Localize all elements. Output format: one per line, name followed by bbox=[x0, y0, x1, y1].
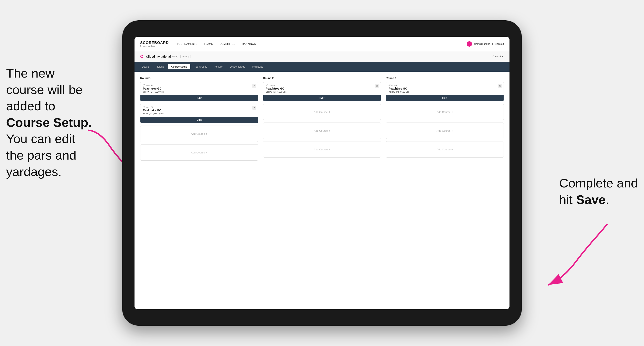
tab-course-setup[interactable]: Course Setup bbox=[168, 64, 190, 69]
tab-leaderboards[interactable]: Leaderboards bbox=[226, 64, 248, 69]
round1-course-a-delete-button[interactable]: ✕ bbox=[252, 84, 256, 88]
round1-add-course-1[interactable]: Add Course + bbox=[140, 126, 258, 142]
plus-icon-r3-1: + bbox=[452, 110, 453, 114]
round1-add-course-2: Add Course + bbox=[140, 144, 258, 161]
scoreboard-logo: SCOREBOARD Powered by clippd bbox=[140, 41, 169, 47]
round3-course-a-edit-button[interactable]: Edit bbox=[386, 95, 504, 101]
tab-tee-groups[interactable]: Tee Groups bbox=[191, 64, 210, 69]
right-line1: Complete and bbox=[559, 176, 638, 190]
hosting-tag: Hosting bbox=[180, 55, 191, 58]
plus-icon-r3-3: + bbox=[452, 148, 453, 151]
logo-sub-text: Powered by clippd bbox=[140, 45, 169, 47]
round-2-title: Round 2 bbox=[263, 77, 381, 80]
plus-icon-r2-2: + bbox=[328, 129, 330, 132]
round1-course-b-details: Black (M) (6891 yds) bbox=[143, 112, 256, 115]
nav-separator: | bbox=[492, 42, 493, 45]
round3-course-a-body: (Course A) Peachtree GC Yellow (M) (6629… bbox=[386, 82, 504, 95]
round1-course-a-label: (Course A) bbox=[143, 84, 256, 86]
main-content: Round 1 (Course A) Peachtree GC Yellow (… bbox=[134, 72, 510, 309]
annotation-line3: added to bbox=[6, 99, 55, 113]
plus-icon-r2-3: + bbox=[328, 148, 330, 151]
user-email: blair@clippd.io bbox=[474, 42, 490, 45]
cancel-button[interactable]: Cancel ✕ bbox=[492, 55, 504, 58]
round-1-title: Round 1 bbox=[140, 77, 258, 80]
logo-main-text: SCOREBOARD bbox=[140, 41, 169, 45]
rounds-grid: Round 1 (Course A) Peachtree GC Yellow (… bbox=[140, 77, 504, 163]
annotation-line6: the pars and bbox=[6, 148, 76, 162]
tablet-device: SCOREBOARD Powered by clippd TOURNAMENTS… bbox=[122, 20, 522, 326]
top-nav: SCOREBOARD Powered by clippd TOURNAMENTS… bbox=[134, 37, 510, 51]
round1-course-b-card: (Course B) East Lake GC Black (M) (6891 … bbox=[140, 104, 258, 123]
round2-course-a-card: (Course A) Peachtree GC Yellow (M) (6629… bbox=[263, 82, 381, 101]
plus-icon-r1-2: + bbox=[206, 151, 208, 154]
round3-course-a-label: (Course A) bbox=[388, 84, 501, 86]
tab-details[interactable]: Details bbox=[138, 64, 153, 69]
round1-course-a-card: (Course A) Peachtree GC Yellow (M) (6629… bbox=[140, 82, 258, 101]
nav-rankings[interactable]: RANKINGS bbox=[242, 42, 256, 45]
annotation-line1: The new bbox=[6, 66, 54, 80]
annotation-line5: You can edit bbox=[6, 132, 75, 146]
clippd-logo: C bbox=[140, 54, 143, 59]
annotation-line7: yardages. bbox=[6, 165, 62, 179]
right-arrow-icon bbox=[544, 220, 618, 289]
plus-icon-r3-2: + bbox=[452, 129, 453, 132]
round1-course-a-edit-button[interactable]: Edit bbox=[140, 95, 258, 101]
round3-course-a-card: (Course A) Peachtree GC Yellow (M) (6629… bbox=[386, 82, 504, 101]
nav-teams[interactable]: TEAMS bbox=[204, 42, 213, 45]
round-3-column: Round 3 (Course A) Peachtree GC Yellow (… bbox=[386, 77, 504, 163]
round3-add-course-1[interactable]: Add Course + bbox=[386, 104, 504, 120]
main-nav: TOURNAMENTS TEAMS COMMITTEE RANKINGS bbox=[177, 42, 467, 45]
annotation-line2: course will be bbox=[6, 83, 83, 97]
round3-course-a-name: Peachtree GC bbox=[388, 87, 501, 90]
round1-course-b-body: (Course B) East Lake GC Black (M) (6891 … bbox=[140, 104, 258, 117]
round2-course-a-details: Yellow (M) (6629 yds) bbox=[266, 91, 378, 93]
round1-course-b-label: (Course B) bbox=[143, 106, 256, 108]
round-3-title: Round 3 bbox=[386, 77, 504, 80]
round2-course-a-label: (Course A) bbox=[266, 84, 378, 86]
plus-icon-r1-1: + bbox=[206, 132, 208, 135]
round2-add-course-2[interactable]: Add Course + bbox=[263, 123, 381, 139]
round2-add-course-1[interactable]: Add Course + bbox=[263, 104, 381, 120]
tabs-bar: Details Teams Course Setup Tee Groups Re… bbox=[134, 62, 510, 72]
nav-right: blair@clippd.io | Sign out bbox=[467, 41, 504, 47]
round2-course-a-name: Peachtree GC bbox=[266, 87, 378, 90]
round2-course-a-body: (Course A) Peachtree GC Yellow (M) (6629… bbox=[263, 82, 381, 95]
plus-icon-r2-1: + bbox=[328, 110, 330, 114]
tablet-screen: SCOREBOARD Powered by clippd TOURNAMENTS… bbox=[134, 37, 510, 309]
right-annotation: Complete and hit Save. bbox=[559, 175, 638, 208]
round1-course-b-name: East Lake GC bbox=[143, 109, 256, 112]
round1-course-b-delete-button[interactable]: ✕ bbox=[252, 106, 256, 110]
round1-course-a-name: Peachtree GC bbox=[143, 87, 256, 90]
sub-header: C Clippd Invitational (Men) Hosting Canc… bbox=[134, 51, 510, 62]
user-avatar bbox=[467, 41, 472, 47]
nav-tournaments[interactable]: TOURNAMENTS bbox=[177, 42, 197, 45]
round1-course-a-body: (Course A) Peachtree GC Yellow (M) (6629… bbox=[140, 82, 258, 95]
tournament-title[interactable]: Clippd Invitational bbox=[146, 55, 170, 58]
tab-teams[interactable]: Teams bbox=[154, 64, 167, 69]
round3-course-a-delete-button[interactable]: ✕ bbox=[498, 84, 502, 88]
round-1-column: Round 1 (Course A) Peachtree GC Yellow (… bbox=[140, 77, 258, 163]
round2-course-a-delete-button[interactable]: ✕ bbox=[375, 84, 379, 88]
round3-add-course-2[interactable]: Add Course + bbox=[386, 123, 504, 139]
round1-course-b-edit-button[interactable]: Edit bbox=[140, 117, 258, 123]
round3-add-course-3: Add Course + bbox=[386, 141, 504, 158]
tournament-gender-badge: (Men) bbox=[172, 55, 178, 58]
nav-committee[interactable]: COMMITTEE bbox=[220, 42, 236, 45]
tab-results[interactable]: Results bbox=[211, 64, 226, 69]
tab-printables[interactable]: Printables bbox=[249, 64, 266, 69]
sign-out-link[interactable]: Sign out bbox=[495, 42, 504, 45]
right-line2: hit Save. bbox=[559, 192, 609, 207]
round1-course-a-details: Yellow (M) (6629 yds) bbox=[143, 91, 256, 93]
round3-course-a-details: Yellow (M) (6629 yds) bbox=[388, 91, 501, 93]
round-2-column: Round 2 (Course A) Peachtree GC Yellow (… bbox=[263, 77, 381, 163]
round2-course-a-edit-button[interactable]: Edit bbox=[263, 95, 381, 101]
round2-add-course-3: Add Course + bbox=[263, 141, 381, 158]
